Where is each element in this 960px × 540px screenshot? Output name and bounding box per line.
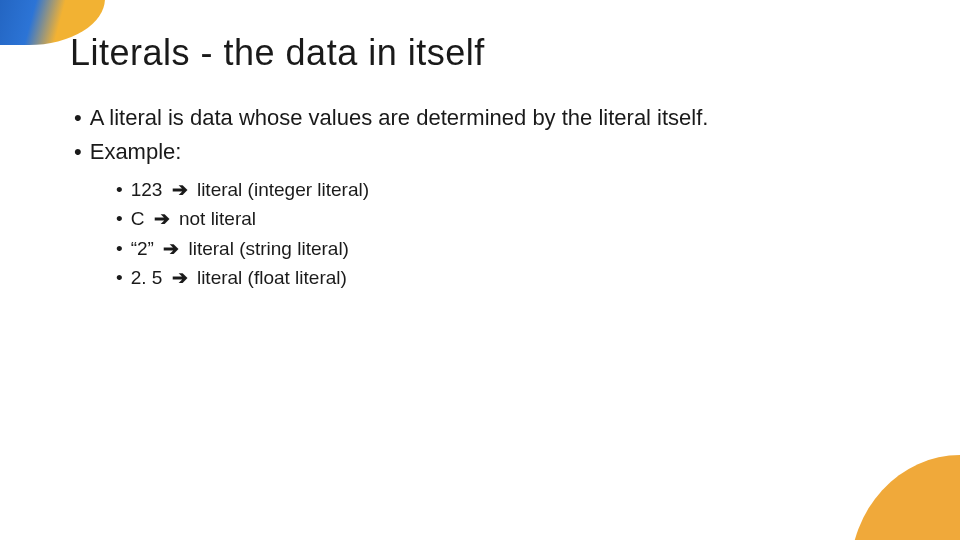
list-item-text: 123 ➔ literal (integer literal) bbox=[131, 176, 369, 204]
arrow-right-icon: ➔ bbox=[163, 235, 179, 263]
list-item: • “2” ➔ literal (string literal) bbox=[116, 235, 910, 263]
example-value: C bbox=[131, 208, 145, 229]
bullet-icon: • bbox=[74, 102, 82, 134]
example-value: 123 bbox=[131, 179, 163, 200]
decoration-orange-shape bbox=[850, 455, 960, 540]
list-item: • C ➔ not literal bbox=[116, 205, 910, 233]
bullet-icon: • bbox=[74, 136, 82, 168]
list-item-text: Example: bbox=[90, 136, 182, 168]
list-item: • 2. 5 ➔ literal (float literal) bbox=[116, 264, 910, 292]
list-item-text: 2. 5 ➔ literal (float literal) bbox=[131, 264, 347, 292]
arrow-right-icon: ➔ bbox=[154, 205, 170, 233]
example-desc: literal (float literal) bbox=[197, 267, 347, 288]
example-desc: literal (string literal) bbox=[188, 238, 348, 259]
example-value: 2. 5 bbox=[131, 267, 163, 288]
arrow-right-icon: ➔ bbox=[172, 176, 188, 204]
list-item-text: “2” ➔ literal (string literal) bbox=[131, 235, 349, 263]
bullet-icon: • bbox=[116, 264, 123, 292]
bullet-icon: • bbox=[116, 205, 123, 233]
list-item: • 123 ➔ literal (integer literal) bbox=[116, 176, 910, 204]
list-item: • A literal is data whose values are det… bbox=[74, 102, 910, 134]
bullet-list-level2: • 123 ➔ literal (integer literal) • C ➔ … bbox=[116, 176, 910, 292]
example-desc: literal (integer literal) bbox=[197, 179, 369, 200]
list-item: • Example: bbox=[74, 136, 910, 168]
slide: Literals - the data in itself • A litera… bbox=[0, 0, 960, 540]
arrow-right-icon: ➔ bbox=[172, 264, 188, 292]
list-item-text: C ➔ not literal bbox=[131, 205, 256, 233]
bullet-icon: • bbox=[116, 176, 123, 204]
slide-title: Literals - the data in itself bbox=[70, 32, 910, 74]
bullet-list-level1: • A literal is data whose values are det… bbox=[74, 102, 910, 168]
decoration-bottom-right bbox=[830, 440, 960, 540]
example-desc: not literal bbox=[179, 208, 256, 229]
example-value: “2” bbox=[131, 238, 154, 259]
bullet-icon: • bbox=[116, 235, 123, 263]
content-area: Literals - the data in itself • A litera… bbox=[70, 32, 910, 294]
list-item-text: A literal is data whose values are deter… bbox=[90, 102, 709, 134]
